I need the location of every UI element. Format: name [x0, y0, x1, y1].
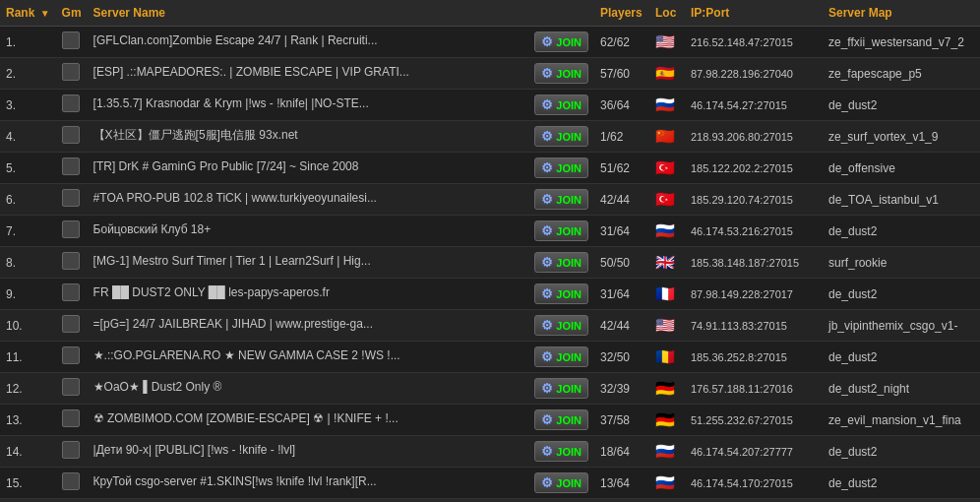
join-cell[interactable]: ⚙ JOIN	[528, 90, 594, 121]
country-flag: 🇺🇸	[655, 318, 675, 331]
ip-cell: 51.255.232.67:27015	[685, 405, 823, 436]
join-cell[interactable]: ⚙ JOIN	[528, 216, 594, 247]
rank-number: 11.	[6, 350, 23, 364]
join-button[interactable]: ⚙ JOIN	[534, 220, 588, 241]
gm-cell	[56, 247, 88, 279]
rank-cell: 7.	[0, 216, 56, 247]
col-footer-rank[interactable]: Rank ▼	[0, 499, 56, 503]
join-button[interactable]: ⚙ JOIN	[534, 441, 588, 462]
game-mode-icon	[62, 378, 80, 396]
loc-cell: 🇷🇺	[649, 468, 685, 499]
game-mode-icon	[62, 472, 80, 490]
rank-cell: 2.	[0, 58, 56, 90]
ip-cell: 185.122.202.2:27015	[685, 153, 823, 184]
join-cell[interactable]: ⚙ JOIN	[528, 310, 594, 342]
join-button[interactable]: ⚙ JOIN	[534, 94, 588, 115]
country-flag: 🇨🇳	[655, 129, 675, 142]
map-cell: de_offensive	[823, 153, 980, 184]
players-cell: 51/62	[594, 153, 649, 184]
map-cell: jb_vipinthemix_csgo_v1-	[823, 310, 980, 342]
ip-cell: 185.29.120.74:27015	[685, 184, 823, 216]
join-cell[interactable]: ⚙ JOIN	[528, 342, 594, 373]
join-button[interactable]: ⚙ JOIN	[534, 252, 588, 273]
join-cell[interactable]: ⚙ JOIN	[528, 468, 594, 499]
country-flag: 🇷🇺	[655, 475, 675, 488]
join-button[interactable]: ⚙ JOIN	[534, 157, 588, 178]
join-button[interactable]: ⚙ JOIN	[534, 472, 588, 493]
map-cell: de_dust2_night	[823, 373, 980, 405]
ip-cell: 216.52.148.47:27015	[685, 27, 823, 58]
join-cell[interactable]: ⚙ JOIN	[528, 373, 594, 405]
join-gear-icon: ⚙	[541, 129, 553, 144]
loc-cell: 🇹🇷	[649, 184, 685, 216]
server-name-cell: ☢ ZOMBIMOD.COM [ZOMBIE-ESCAPE] ☢ | !KNIF…	[88, 405, 529, 436]
players-cell: 36/64	[594, 90, 649, 121]
country-flag: 🇷🇴	[655, 349, 675, 362]
loc-cell: 🇩🇪	[649, 405, 685, 436]
join-cell[interactable]: ⚙ JOIN	[528, 405, 594, 436]
ip-value: 185.38.148.187:27015	[691, 257, 799, 269]
join-gear-icon: ⚙	[541, 160, 553, 175]
join-button[interactable]: ⚙ JOIN	[534, 189, 588, 210]
join-button[interactable]: ⚙ JOIN	[534, 315, 588, 336]
ip-cell: 185.38.148.187:27015	[685, 247, 823, 279]
join-cell[interactable]: ⚙ JOIN	[528, 153, 594, 184]
gm-cell	[56, 58, 88, 90]
join-button[interactable]: ⚙ JOIN	[534, 409, 588, 430]
join-cell[interactable]: ⚙ JOIN	[528, 279, 594, 310]
join-label: JOIN	[556, 194, 582, 206]
players-cell: 42/44	[594, 310, 649, 342]
join-cell[interactable]: ⚙ JOIN	[528, 27, 594, 58]
server-name-cell: [MG-1] Mestro Surf Timer | Tier 1 | Lear…	[88, 247, 529, 279]
game-mode-icon	[62, 31, 80, 49]
col-header-rank[interactable]: Rank ▼	[0, 0, 56, 27]
server-name-cell: FR ██ DUST2 ONLY ██ les-papys-aperos.fr	[88, 279, 529, 310]
ip-value: 74.91.113.83:27015	[691, 320, 787, 332]
join-cell[interactable]: ⚙ JOIN	[528, 247, 594, 279]
col-header-map: Server Map	[823, 0, 980, 27]
join-label: JOIN	[556, 383, 582, 395]
join-button[interactable]: ⚙ JOIN	[534, 126, 588, 147]
rank-cell: 1.	[0, 27, 56, 58]
join-button[interactable]: ⚙ JOIN	[534, 63, 588, 84]
loc-cell: 🇺🇸	[649, 27, 685, 58]
join-button[interactable]: ⚙ JOIN	[534, 31, 588, 52]
gm-cell	[56, 342, 88, 373]
country-flag: 🇩🇪	[655, 381, 675, 394]
ip-cell: 74.91.113.83:27015	[685, 310, 823, 342]
col-footer-join	[528, 499, 594, 503]
players-value: 37/58	[600, 413, 630, 427]
rank-number: 2.	[6, 67, 16, 81]
join-button[interactable]: ⚙ JOIN	[534, 346, 588, 367]
table-row: 8. [MG-1] Mestro Surf Timer | Tier 1 | L…	[0, 247, 980, 279]
players-cell: 32/39	[594, 373, 649, 405]
join-label: JOIN	[556, 288, 582, 300]
join-button[interactable]: ⚙ JOIN	[534, 378, 588, 399]
rank-number: 7.	[6, 224, 16, 238]
rank-number: 3.	[6, 98, 16, 112]
gm-cell	[56, 373, 88, 405]
players-cell: 31/64	[594, 216, 649, 247]
join-cell[interactable]: ⚙ JOIN	[528, 58, 594, 90]
country-flag: 🇪🇸	[655, 66, 675, 79]
join-button[interactable]: ⚙ JOIN	[534, 283, 588, 304]
map-cell: de_dust2	[823, 216, 980, 247]
map-value: de_dust2	[828, 445, 877, 459]
server-name-label: ★OaO★ ▌Dust2 Only ®	[93, 380, 222, 394]
col-footer-map: Server Map	[823, 499, 980, 503]
col-header-ip: IP:Port	[685, 0, 823, 27]
col-footer-ip: IP:Port	[685, 499, 823, 503]
server-name-label: =[pG=] 24/7 JAILBREAK | JIHAD | www.pres…	[93, 317, 373, 331]
game-mode-icon	[62, 94, 80, 112]
map-value: surf_rookie	[828, 256, 887, 270]
game-mode-icon	[62, 441, 80, 459]
join-cell[interactable]: ⚙ JOIN	[528, 436, 594, 468]
ip-cell: 176.57.188.11:27016	[685, 373, 823, 405]
join-cell[interactable]: ⚙ JOIN	[528, 121, 594, 153]
header-row: Rank ▼ Gm Server Name Players Loc IP:Por…	[0, 0, 980, 27]
game-mode-icon	[62, 157, 80, 175]
table-row: 4. 【X社区】僵尸逃跑[5服]电信服 93x.net ⚙ JOIN 1/62 …	[0, 121, 980, 153]
country-flag: 🇫🇷	[655, 286, 675, 299]
server-name-cell: КруТой csgo-server #1.SKINS[!ws !knife !…	[88, 468, 529, 499]
join-cell[interactable]: ⚙ JOIN	[528, 184, 594, 216]
